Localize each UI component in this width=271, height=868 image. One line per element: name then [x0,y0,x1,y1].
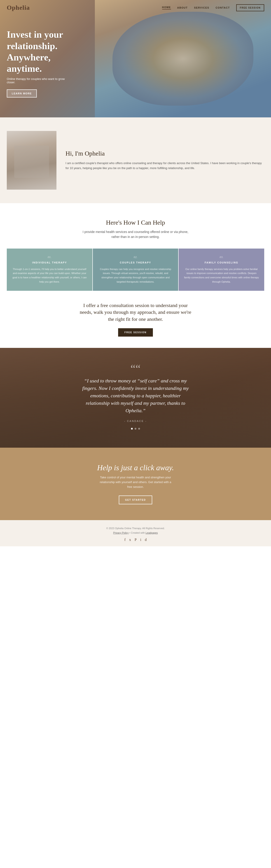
testimonial-author: - CANDACE - [7,420,264,422]
hero-learn-more-button[interactable]: LEARN MORE [7,89,37,97]
services-section: Here's How I Can Help I provide mental h… [0,203,271,348]
nav-contact[interactable]: CONTACT [216,6,230,9]
hero-title: Invest in your relationship. Anywhere, a… [7,29,84,74]
twitter-x-icon[interactable]: x [129,538,131,542]
nav-about[interactable]: ABOUT [177,6,188,9]
footer-copy: © 2023 Ophelia Online Therapy. All Right… [7,527,264,530]
service-body-1: Through 1-on-1 sessions, I'll help you t… [11,267,88,284]
service-card-couples: 02. COUPLES THERAPY Couples therapy can … [93,249,178,291]
about-text: Hi, I'm Ophelia I am a certified couple'… [65,150,264,170]
navigation: Ophelia HOME ABOUT SERVICES CONTACT FREE… [0,0,271,16]
dot-3[interactable] [138,428,140,430]
cta-title: Help is just a click away. [7,463,264,472]
instagram-icon[interactable]: i [140,538,141,542]
hero-section: Invest in your relationship. Anywhere, a… [0,0,271,117]
service-body-2: Couples therapy can help you recognize a… [97,267,174,284]
footer-links: Privacy Policy • Created with Leadpages [7,531,264,534]
nav-free-session-button[interactable]: FREE SESSION [236,4,264,11]
service-name-2: COUPLES THERAPY [97,261,174,264]
nav-services[interactable]: SERVICES [194,6,209,9]
quote-icon: ““ [7,366,264,372]
leadpages-link[interactable]: Leadpages [145,531,158,534]
facebook-icon[interactable]: f [124,538,126,542]
service-body-3: Our online family therapy services help … [183,267,260,284]
cta-section: Help is just a click away. Take control … [0,448,271,520]
footer-separator: • Created with [129,531,146,534]
about-image [7,131,57,190]
dot-2[interactable] [134,428,137,430]
privacy-policy-link[interactable]: Privacy Policy [113,531,128,534]
service-name-1: INDIVIDUAL THERAPY [11,261,88,264]
tiktok-icon[interactable]: d [145,538,147,542]
nav-home[interactable]: HOME [162,6,171,9]
services-cards: 01. INDIVIDUAL THERAPY Through 1-on-1 se… [7,249,264,291]
hero-subtitle: Online therapy for couples who want to g… [7,77,70,84]
consult-text: I offer a free consultation session to u… [79,302,192,323]
nav-logo[interactable]: Ophelia [7,4,30,11]
free-session-button[interactable]: FREE SESSION [118,328,153,337]
about-section: Hi, I'm Ophelia I am a certified couple'… [0,117,271,203]
service-num-1: 01. [11,255,88,259]
footer: © 2023 Ophelia Online Therapy. All Right… [0,520,271,546]
services-title: Here's How I Can Help [7,219,264,226]
hero-content: Invest in your relationship. Anywhere, a… [0,0,271,117]
cta-subtitle: Take control of your mental health and s… [97,475,174,489]
service-num-3: 03. [183,255,260,259]
get-started-button[interactable]: GET STARTED [119,496,152,504]
about-title: Hi, I'm Ophelia [65,150,264,157]
service-card-individual: 01. INDIVIDUAL THERAPY Through 1-on-1 se… [7,249,92,291]
service-name-3: FAMILY COUNSELING [183,261,260,264]
service-num-2: 02. [97,255,174,259]
nav-links: HOME ABOUT SERVICES CONTACT FREE SESSION [162,4,264,11]
service-card-family: 03. FAMILY COUNSELING Our online family … [179,249,264,291]
footer-social: f x P i d [7,538,264,542]
testimonial-text: “I used to throw money at “self care” an… [81,377,190,414]
testimonial-section: ““ “I used to throw money at “self care”… [0,348,271,448]
testimonial-dots [7,428,264,430]
services-desc: I provide mental health services and cou… [81,229,190,240]
dot-1[interactable] [131,428,133,430]
testimonial-content: ““ “I used to throw money at “self care”… [7,366,264,430]
pinterest-icon[interactable]: P [134,538,137,542]
about-body: I am a certified couple's therapist who … [65,161,264,170]
